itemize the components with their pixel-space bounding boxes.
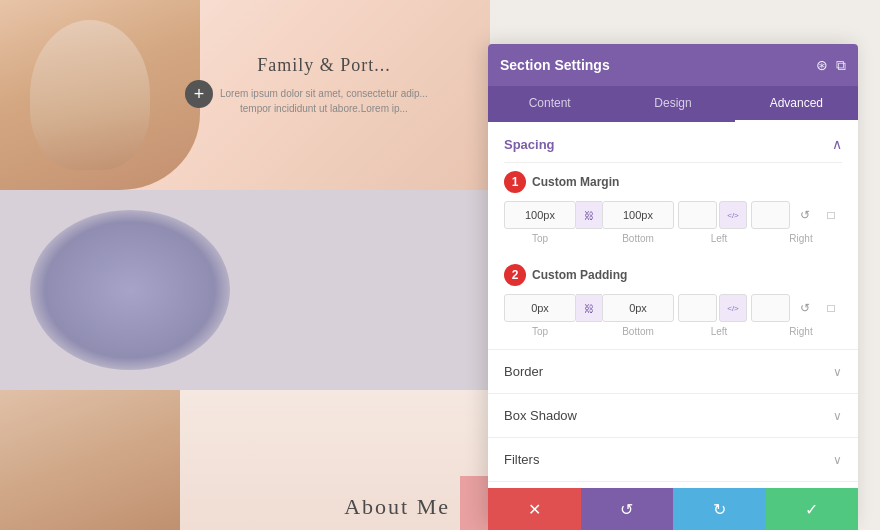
box-shadow-label: Box Shadow <box>504 408 577 423</box>
margin-right-field[interactable] <box>751 201 790 229</box>
pink-strip <box>460 476 490 530</box>
padding-fields-row: ⛓ </> ↺ □ <box>504 294 842 322</box>
spacing-chevron-icon: ∧ <box>832 136 842 152</box>
box-shadow-chevron-icon: ∨ <box>833 409 842 423</box>
expand-icon[interactable]: ⧉ <box>836 57 846 74</box>
action-bar: ✕ ↺ ↻ ✓ <box>488 488 858 530</box>
margin-badge: 1 <box>504 171 526 193</box>
custom-margin-title: Custom Margin <box>532 175 619 189</box>
margin-fields-row: ⛓ </> ↺ □ <box>504 201 842 229</box>
custom-margin-header: 1 Custom Margin <box>504 171 842 193</box>
margin-shortcode[interactable]: </> <box>719 201 747 229</box>
panel-header: Section Settings ⊛ ⧉ <box>488 44 858 86</box>
margin-top-label: Top <box>504 233 576 244</box>
hero-image <box>0 0 200 190</box>
custom-padding-block: 2 Custom Padding ⛓ </> ↺ □ Top Bottom <box>488 256 858 349</box>
padding-link-icon[interactable]: ⛓ <box>576 294 602 322</box>
border-chevron-icon: ∨ <box>833 365 842 379</box>
panel-body: Spacing ∧ 1 Custom Margin ⛓ </> ↺ □ <box>488 122 858 524</box>
cancel-button[interactable]: ✕ <box>488 488 581 530</box>
tab-design[interactable]: Design <box>611 86 734 122</box>
settings-icon[interactable]: ⊛ <box>816 57 828 74</box>
makeup-splat <box>30 210 230 370</box>
margin-link-icon[interactable]: ⛓ <box>576 201 602 229</box>
padding-shortcode[interactable]: </> <box>719 294 747 322</box>
margin-action-icons: ↺ □ <box>794 204 842 226</box>
padding-right-label: Right <box>760 326 842 337</box>
hero-body: Lorem ipsum dolor sit amet, consectetur … <box>220 86 428 116</box>
undo-button[interactable]: ↺ <box>581 488 674 530</box>
hero-section: + Family & Port... Lorem ipsum dolor sit… <box>0 0 490 190</box>
filters-section-toggle[interactable]: Filters ∨ <box>488 437 858 481</box>
margin-left-field[interactable] <box>678 201 717 229</box>
margin-bottom-input[interactable] <box>602 201 674 229</box>
save-button[interactable]: ✓ <box>766 488 859 530</box>
makeup-section <box>0 190 490 390</box>
spacing-section-toggle[interactable]: Spacing ∧ <box>488 122 858 162</box>
padding-left-field[interactable] <box>678 294 717 322</box>
custom-padding-title: Custom Padding <box>532 268 627 282</box>
bottom-woman-image <box>0 390 180 530</box>
panel-title: Section Settings <box>500 57 610 73</box>
margin-top-input[interactable] <box>504 201 576 229</box>
margin-right-labels: Left Right <box>678 233 842 244</box>
margin-right-label: Right <box>760 233 842 244</box>
tab-advanced[interactable]: Advanced <box>735 86 858 122</box>
padding-right-labels: Left Right <box>678 326 842 337</box>
hero-title: Family & Port... <box>220 55 428 76</box>
padding-action-icons: ↺ □ <box>794 297 842 319</box>
custom-padding-header: 2 Custom Padding <box>504 264 842 286</box>
add-section-button[interactable]: + <box>185 80 213 108</box>
padding-link-spacer <box>576 326 602 337</box>
border-label: Border <box>504 364 543 379</box>
margin-link-spacer <box>576 233 602 244</box>
margin-reset-icon[interactable]: ↺ <box>794 204 816 226</box>
margin-bottom-label: Bottom <box>602 233 674 244</box>
filters-label: Filters <box>504 452 539 467</box>
section-settings-panel: Section Settings ⊛ ⧉ Content Design Adva… <box>488 44 858 524</box>
margin-device-icon[interactable]: □ <box>820 204 842 226</box>
padding-device-icon[interactable]: □ <box>820 297 842 319</box>
padding-bottom-label: Bottom <box>602 326 674 337</box>
padding-right-field[interactable] <box>751 294 790 322</box>
custom-margin-block: 1 Custom Margin ⛓ </> ↺ □ Top Bottom <box>488 163 858 256</box>
margin-left-label: Left <box>678 233 760 244</box>
bottom-section: About Me <box>0 390 490 530</box>
padding-bottom-input[interactable] <box>602 294 674 322</box>
margin-labels: Top Bottom Left Right <box>504 233 842 244</box>
hero-text-block: Family & Port... Lorem ipsum dolor sit a… <box>220 55 428 116</box>
about-title: About Me <box>344 494 450 520</box>
padding-left-label: Left <box>678 326 760 337</box>
panel-tabs: Content Design Advanced <box>488 86 858 122</box>
panel-header-icons: ⊛ ⧉ <box>816 57 846 74</box>
padding-top-input[interactable] <box>504 294 576 322</box>
box-shadow-section-toggle[interactable]: Box Shadow ∨ <box>488 393 858 437</box>
redo-button[interactable]: ↻ <box>673 488 766 530</box>
spacing-label: Spacing <box>504 137 555 152</box>
padding-reset-icon[interactable]: ↺ <box>794 297 816 319</box>
padding-badge: 2 <box>504 264 526 286</box>
padding-labels: Top Bottom Left Right <box>504 326 842 337</box>
padding-top-label: Top <box>504 326 576 337</box>
filters-chevron-icon: ∨ <box>833 453 842 467</box>
tab-content[interactable]: Content <box>488 86 611 122</box>
border-section-toggle[interactable]: Border ∨ <box>488 349 858 393</box>
